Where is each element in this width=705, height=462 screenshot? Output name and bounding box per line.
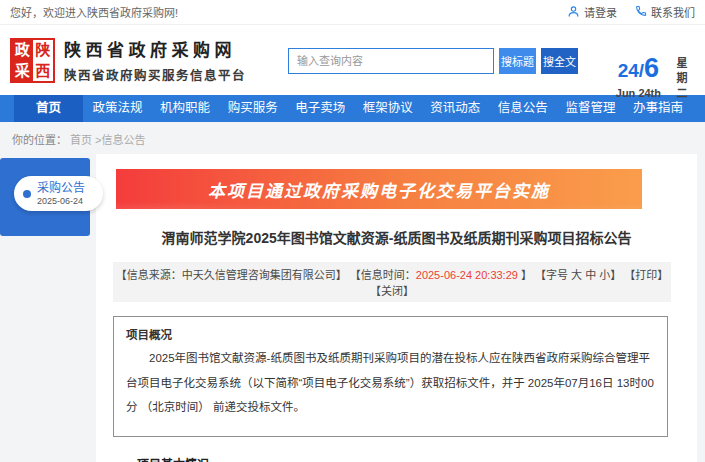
section-heading-basic-info: 一、项目基本情况	[113, 455, 697, 462]
meta-source: 【信息来源：中天久信管理咨询集团有限公司】	[116, 269, 347, 281]
breadcrumb-separator: >	[92, 134, 101, 146]
contact-link[interactable]: 联系我们	[635, 4, 695, 20]
nav-item-purchase-services[interactable]: 购买服务	[220, 95, 286, 122]
top-utility-bar: 您好，欢迎进入陕西省政府采购网! 请登录 联系我们	[0, 0, 705, 25]
login-link[interactable]: 请登录	[567, 4, 617, 20]
search-area: 搜标题 搜全文	[288, 48, 578, 74]
sidebar-category-box: 采购公告 2025-06-24	[0, 158, 90, 236]
nav-item-policy[interactable]: 政策法规	[85, 95, 151, 122]
overview-heading: 项目概况	[126, 326, 655, 342]
project-overview-box: 项目概况 2025年图书馆文献资源-纸质图书及纸质期刊采购项目的潜在投标人应在陕…	[113, 316, 668, 437]
logo-char-br: 西	[33, 60, 54, 81]
site-logo: 政 陕 采 西	[10, 38, 55, 83]
main-content: 采购公告 2025-06-24 本项目通过政府采购电子化交易平台实施 渭南师范学…	[0, 154, 705, 462]
nav-item-supervision[interactable]: 监督管理	[557, 95, 623, 122]
brand-text: 陕西省政府采购网 陕西省政府购买服务信息平台	[64, 36, 246, 84]
breadcrumb-home[interactable]: 首页	[70, 134, 92, 146]
date-weekday: 星期二	[673, 55, 689, 102]
meta-fontsize-open: 【字号	[535, 269, 568, 281]
breadcrumb-prefix: 你的位置：	[12, 134, 67, 146]
article-title: 渭南师范学院2025年图书馆文献资源-纸质图书及纸质期刊采购项目招标公告	[118, 227, 675, 247]
bullet-dot-icon	[23, 190, 31, 198]
brand[interactable]: 政 陕 采 西 陕西省政府采购网 陕西省政府购买服务信息平台	[10, 36, 246, 84]
date-english: Jun 24th	[616, 87, 661, 99]
nav-item-news[interactable]: 资讯动态	[422, 95, 488, 122]
nav-item-framework[interactable]: 框架协议	[355, 95, 421, 122]
meta-fontsize-close: 】	[610, 269, 621, 281]
topbar-links: 请登录 联系我们	[567, 4, 695, 20]
platform-banner: 本项目通过政府采购电子化交易平台实施	[116, 169, 642, 209]
date-day-month: 24/6	[616, 55, 661, 82]
breadcrumb-current[interactable]: 信息公告	[102, 134, 146, 146]
logo-char-tr: 陕	[33, 40, 54, 61]
contact-label: 联系我们	[651, 4, 695, 20]
page: { "topbar": { "welcome": "您好，欢迎进入陕西省政府采购…	[0, 0, 705, 462]
sidebar-tag-title: 采购公告	[37, 181, 85, 195]
date-widget: 24/6 Jun 24th 星期二	[616, 55, 689, 102]
sidebar-tag-text: 采购公告 2025-06-24	[37, 181, 85, 205]
date-month: 6	[644, 53, 659, 83]
nav-item-functions[interactable]: 机构职能	[152, 95, 218, 122]
search-input[interactable]	[288, 48, 494, 74]
search-title-button[interactable]: 搜标题	[499, 48, 536, 74]
main-nav: 首页 政策法规 机构职能 购买服务 电子卖场 框架协议 资讯动态 信息公告 监督…	[0, 95, 705, 122]
phone-icon	[635, 5, 647, 19]
meta-time-prefix: 【信息时间：	[350, 269, 416, 281]
fontsize-medium-button[interactable]: 中	[585, 269, 596, 281]
print-button[interactable]: 【打印】	[624, 269, 668, 281]
article-panel: 本项目通过政府采购电子化交易平台实施 渭南师范学院2025年图书馆文献资源-纸质…	[96, 154, 697, 462]
fontsize-small-button[interactable]: 小	[599, 269, 610, 281]
overview-body: 2025年图书馆文献资源-纸质图书及纸质期刊采购项目的潜在投标人应在陕西省政府采…	[126, 346, 655, 420]
welcome-text: 您好，欢迎进入陕西省政府采购网!	[10, 4, 178, 20]
login-label: 请登录	[584, 4, 617, 20]
site-title: 陕西省政府采购网	[64, 36, 246, 61]
logo-char-tl: 政	[12, 40, 33, 61]
fontsize-large-button[interactable]: 大	[571, 269, 582, 281]
banner-text: 本项目通过政府采购电子化交易平台实施	[208, 177, 550, 202]
meta-time-value: 2025-06-24 20:33:29	[416, 269, 518, 281]
nav-item-e-mall[interactable]: 电子卖场	[287, 95, 353, 122]
nav-item-home[interactable]: 首页	[14, 95, 83, 122]
site-header: 政 陕 采 西 陕西省政府采购网 陕西省政府购买服务信息平台 搜标题 搜全文 2…	[0, 25, 705, 95]
logo-char-bl: 采	[12, 60, 33, 81]
site-subtitle: 陕西省政府购买服务信息平台	[64, 65, 246, 84]
close-button[interactable]: 【关闭】	[370, 285, 414, 297]
user-icon	[567, 5, 580, 20]
search-fulltext-button[interactable]: 搜全文	[541, 48, 578, 74]
breadcrumb: 你的位置： 首页 >信息公告	[0, 122, 705, 154]
sidebar-item-procurement-notice[interactable]: 采购公告 2025-06-24	[14, 176, 103, 211]
meta-time-suffix: 】	[518, 269, 532, 281]
sidebar-tag-date: 2025-06-24	[37, 196, 85, 206]
article-meta-bar: 【信息来源：中天久信管理咨询集团有限公司】 【信息时间：2025-06-24 2…	[113, 262, 671, 302]
nav-item-announcements[interactable]: 信息公告	[490, 95, 556, 122]
date-day: 24	[618, 60, 639, 81]
date-numeric: 24/6 Jun 24th	[616, 55, 661, 102]
